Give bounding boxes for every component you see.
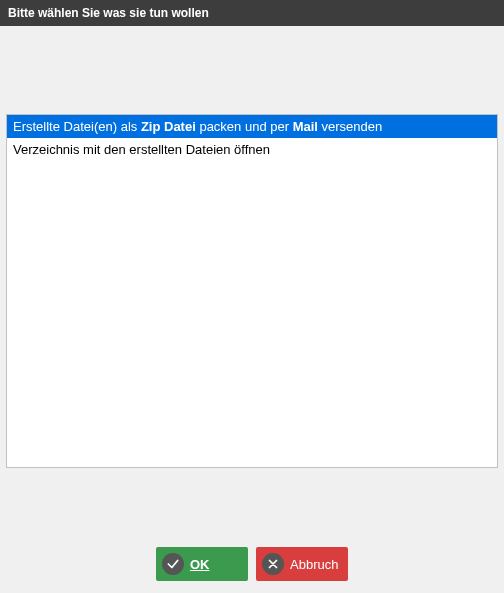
close-icon <box>262 553 284 575</box>
button-row: OK Abbruch <box>6 537 498 587</box>
cancel-button[interactable]: Abbruch <box>256 547 348 581</box>
window-titlebar: Bitte wählen Sie was sie tun wollen <box>0 0 504 26</box>
list-item-text: versenden <box>318 119 382 134</box>
list-item-text: Erstellte Datei(en) als <box>13 119 141 134</box>
cancel-button-label: Abbruch <box>284 557 338 572</box>
ok-button[interactable]: OK <box>156 547 248 581</box>
list-item-text: Zip Datei <box>141 119 196 134</box>
check-icon <box>162 553 184 575</box>
ok-button-label: OK <box>184 557 234 572</box>
upper-spacer <box>6 32 498 114</box>
list-item[interactable]: Verzeichnis mit den erstellten Dateien ö… <box>7 138 497 161</box>
client-area: Erstellte Datei(en) als Zip Datei packen… <box>0 26 504 593</box>
list-item[interactable]: Erstellte Datei(en) als Zip Datei packen… <box>7 115 497 138</box>
window-title: Bitte wählen Sie was sie tun wollen <box>8 6 209 20</box>
options-listbox[interactable]: Erstellte Datei(en) als Zip Datei packen… <box>6 114 498 468</box>
list-item-text: packen und per <box>196 119 293 134</box>
list-item-text: Verzeichnis mit den erstellten Dateien ö… <box>13 142 270 157</box>
list-item-text: Mail <box>293 119 318 134</box>
